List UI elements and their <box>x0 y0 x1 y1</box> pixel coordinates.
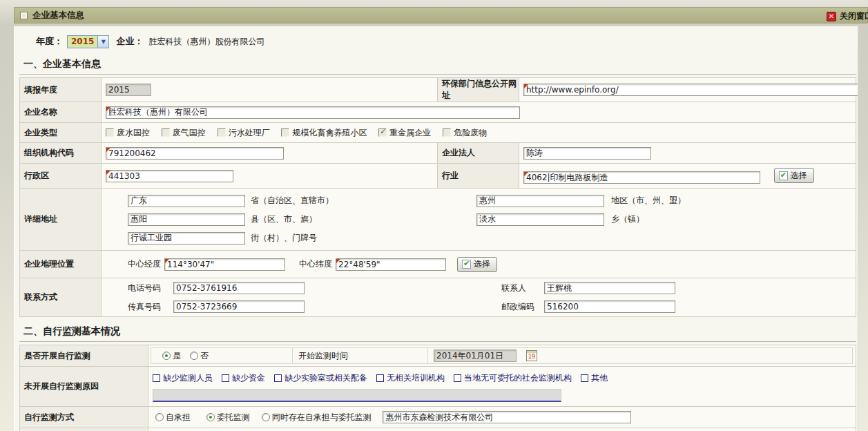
radio-yes[interactable]: 是 <box>158 350 181 362</box>
checkbox-hazardous-waste[interactable]: 危险废物 <box>443 128 487 137</box>
company-name-input[interactable] <box>106 106 520 119</box>
basic-info-table: 填报年度 环保部门信息公开网址 企业名称 企业类型 废水国控 废 <box>19 77 856 317</box>
company-name-text: 胜宏科技（惠州）股份有限公司 <box>148 36 264 48</box>
report-year-input[interactable] <box>106 84 151 96</box>
table-row: 填报年度 环保部门信息公开网址 <box>20 78 856 102</box>
checkbox-no-local-agency[interactable]: 当地无可委托的社会监测机构 <box>454 372 572 384</box>
start-time-label: 开始监测时间 <box>298 350 348 362</box>
close-window-label: 关闭窗口 <box>840 10 868 22</box>
checkbox-icon <box>153 374 160 382</box>
zip-code-input[interactable] <box>544 300 675 313</box>
contact-person-input[interactable] <box>544 282 675 294</box>
start-time-input[interactable] <box>434 349 517 362</box>
radio-self-undertake[interactable]: 自承担 <box>155 412 191 422</box>
section1-title: 一、企业基本信息 <box>19 55 856 75</box>
radio-selected-icon <box>206 413 215 421</box>
geo-location-label: 企业地理位置 <box>20 251 102 278</box>
contact-label: 联系方式 <box>20 278 102 317</box>
checkbox-wastegas[interactable]: 废气国控 <box>162 128 206 137</box>
org-code-input[interactable] <box>106 147 284 160</box>
monitoring-mode-label: 自行监测方式 <box>20 407 148 428</box>
latitude-input[interactable] <box>336 258 446 271</box>
close-icon: ✕ <box>827 12 836 21</box>
year-select[interactable]: 2015 ▼ <box>67 35 109 48</box>
checkbox-no-lab[interactable]: 缺少实验室或相关配备 <box>274 372 367 384</box>
city-label: 地区（市、州、盟） <box>611 195 686 207</box>
check-icon <box>462 260 471 269</box>
industry-input[interactable] <box>523 171 760 184</box>
address-province-input[interactable] <box>128 195 245 207</box>
admin-region-input[interactable] <box>106 170 233 182</box>
province-label: 省（自治区、直辖市） <box>251 195 476 207</box>
check-icon <box>779 171 788 180</box>
report-year-cell <box>102 78 438 102</box>
company-type-cell: 废水国控 废气国控 污水处理厂 规模化畜禽养殖小区 重金属企业 危险废物 <box>102 123 856 143</box>
chevron-down-icon: ▼ <box>97 36 108 48</box>
address-city-input[interactable] <box>476 195 604 207</box>
address-street-input[interactable] <box>128 232 245 245</box>
geo-select-button[interactable]: 选择 <box>457 257 497 272</box>
partial-table-cell <box>148 428 856 431</box>
checkbox-icon <box>581 374 588 382</box>
report-year-label: 填报年度 <box>20 78 102 102</box>
latitude-label: 中心纬度 <box>299 258 332 270</box>
entrusted-org-input[interactable] <box>383 411 631 423</box>
monitoring-mode-cell: 自承担 委托监测 同时存在自承担与委托监测 <box>148 407 856 428</box>
table-row: 未开展自行监测原因 缺少监测人员 缺少资金 缺少实验室或相关配备 无相关培训机构… <box>20 367 856 407</box>
table-row <box>20 428 856 431</box>
self-monitoring-table: 是否开展自行监测 是 否 开始监测时间 <box>19 345 856 431</box>
year-label: 年度： <box>36 35 63 48</box>
table-row: 详细地址 省（自治区、直辖市） 地区（市、州、盟） 县（区、市、旗） 乡（镇） <box>20 189 856 251</box>
year-select-value: 2015 <box>68 36 97 48</box>
address-county-input[interactable] <box>128 213 245 226</box>
checkbox-no-funds[interactable]: 缺少资金 <box>222 372 265 384</box>
empty-label-cell <box>20 428 148 431</box>
checkbox-livestock[interactable]: 规模化畜禽养殖小区 <box>281 128 367 137</box>
no-monitoring-reason-label: 未开展自行监测原因 <box>20 367 148 407</box>
radio-entrusted[interactable]: 委托监测 <box>202 412 250 422</box>
industry-label: 行业 <box>438 164 519 189</box>
epinfo-url-input[interactable] <box>523 84 858 96</box>
calendar-icon[interactable] <box>526 350 537 361</box>
longitude-label: 中心经度 <box>128 258 161 270</box>
checkbox-no-staff[interactable]: 缺少监测人员 <box>153 372 213 384</box>
table-row: 企业地理位置 中心经度 中心纬度 选择 <box>20 251 856 278</box>
checkbox-icon <box>222 374 229 382</box>
longitude-input[interactable] <box>164 258 285 271</box>
radio-icon <box>155 413 164 421</box>
checkbox-icon <box>281 128 289 137</box>
checkbox-icon <box>106 128 114 137</box>
legal-person-input[interactable] <box>523 147 651 160</box>
form-panel: 年度： 2015 ▼ 企业： 胜宏科技（惠州）股份有限公司 一、企业基本信息 填… <box>14 26 858 431</box>
legal-person-cell <box>519 143 856 164</box>
fax-label: 传真号码 <box>128 301 171 313</box>
checkbox-icon <box>162 128 170 137</box>
page-title: 企业基本信息 <box>32 10 84 21</box>
contact-cell: 电话号码 联系人 传真号码 邮政编码 <box>102 278 856 317</box>
industry-select-button[interactable]: 选择 <box>774 168 814 183</box>
fax-input[interactable] <box>173 300 305 313</box>
checkbox-other[interactable]: 其他 <box>581 372 608 384</box>
radio-no[interactable]: 否 <box>190 350 209 362</box>
checkbox-heavy-metal[interactable]: 重金属企业 <box>378 128 431 137</box>
org-code-cell <box>102 143 438 164</box>
geo-location-cell: 中心经度 中心纬度 选择 <box>102 251 856 278</box>
address-cell: 省（自治区、直辖市） 地区（市、州、盟） 县（区、市、旗） 乡（镇） 街（村）、… <box>102 189 856 251</box>
contact-person-label: 联系人 <box>501 282 541 294</box>
phone-input[interactable] <box>173 282 305 294</box>
checkbox-wastewater[interactable]: 废水国控 <box>106 128 150 137</box>
checkbox-sewage-plant[interactable]: 污水处理厂 <box>218 128 270 137</box>
other-reason-input[interactable] <box>153 389 561 402</box>
table-row: 自行监测方式 自承担 委托监测 同时存在自承担与委托监测 <box>20 407 856 428</box>
close-window-button[interactable]: ✕ 关闭窗口 <box>827 10 868 22</box>
company-type-label: 企业类型 <box>20 123 102 143</box>
radio-selected-icon <box>162 352 171 360</box>
company-label: 企业： <box>116 35 143 48</box>
checkbox-no-training[interactable]: 无相关培训机构 <box>376 372 445 384</box>
address-town-input[interactable] <box>476 213 604 226</box>
table-row: 是否开展自行监测 是 否 开始监测时间 <box>20 345 856 367</box>
table-row: 联系方式 电话号码 联系人 传真号码 邮政编码 <box>20 278 856 317</box>
checkbox-icon <box>454 374 461 382</box>
self-monitoring-cell: 是 否 开始监测时间 <box>148 345 856 367</box>
radio-both[interactable]: 同时存在自承担与委托监测 <box>262 412 372 422</box>
